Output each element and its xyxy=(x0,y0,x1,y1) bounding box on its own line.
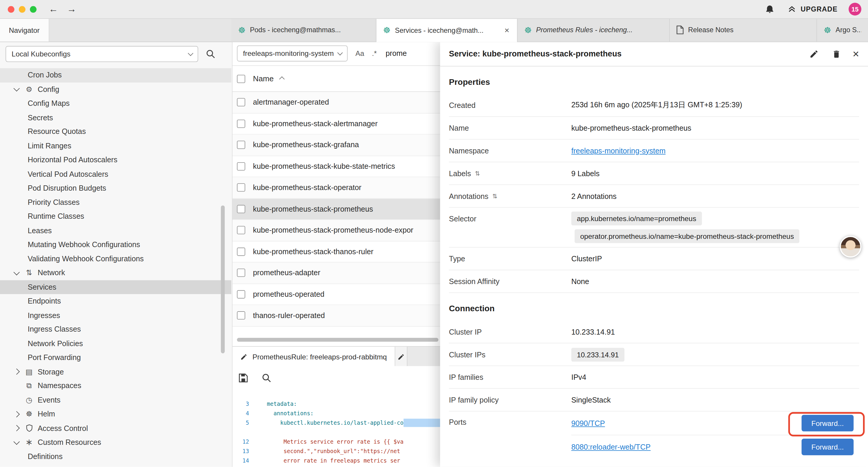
sidebar-item-mutating-webhook-configurations[interactable]: Mutating Webhook Configurations xyxy=(0,238,231,252)
name-column-header[interactable]: Name xyxy=(253,74,274,83)
app-window: ← → UPGRADE 15 Navigator ☸ Pods - iceche… xyxy=(0,0,868,467)
sidebar-item-services[interactable]: Services xyxy=(0,280,231,294)
chevron-down-icon xyxy=(13,271,20,275)
resource-tree: Cron Jobs ⚙ Config Config Maps Secrets R… xyxy=(0,68,231,467)
property-row-annotations: Annotations ⇅ 2 Annotations xyxy=(449,185,859,208)
tab-release-notes[interactable]: Release Notes xyxy=(670,18,817,42)
namespace-selector[interactable]: freeleaps-monitoring-system xyxy=(237,46,348,61)
sidebar-item-custom-resources[interactable]: ∗ Custom Resources xyxy=(0,435,231,449)
sidebar-item-port-forwarding[interactable]: Port Forwarding xyxy=(0,351,231,365)
sidebar-item-vertical-pod-autoscalers[interactable]: Vertical Pod Autoscalers xyxy=(0,167,231,181)
kubeconfig-selector[interactable]: Local Kubeconfigs xyxy=(6,46,198,62)
sidebar-item-validating-webhook-configurations[interactable]: Validating Webhook Configurations xyxy=(0,252,231,266)
horizontal-scrollbar[interactable] xyxy=(237,338,438,342)
search-input[interactable] xyxy=(384,49,431,58)
sidebar-item-events[interactable]: ◷ Events xyxy=(0,393,231,407)
sidebar-item-resource-quotas[interactable]: Resource Quotas xyxy=(0,125,231,139)
tab-pods[interactable]: ☸ Pods - icecheng@mathmas... xyxy=(231,18,376,42)
expand-sorter-icon[interactable]: ⇅ xyxy=(475,170,480,177)
sidebar-item-definitions[interactable]: Definitions xyxy=(0,449,231,464)
expand-sorter-icon[interactable]: ⇅ xyxy=(492,193,497,200)
sidebar-item-runtime-classes[interactable]: Runtime Classes xyxy=(0,209,231,224)
sidebar-item-network[interactable]: ⇅ Network xyxy=(0,266,231,280)
regex-toggle[interactable]: .* xyxy=(372,49,377,58)
navigator-sidebar: Local Kubeconfigs Cron Jobs ⚙ Config Con… xyxy=(0,42,232,467)
sort-ascending-icon[interactable] xyxy=(279,77,284,82)
sidebar-item-ingresses[interactable]: Ingresses xyxy=(0,308,231,322)
edit-pencil-icon[interactable] xyxy=(807,47,820,60)
connection-row-cluster-ips: Cluster IPs 10.233.14.91 xyxy=(449,344,859,366)
port-link-8080[interactable]: 8080:reloader-web/TCP xyxy=(571,443,651,451)
back-button[interactable]: ← xyxy=(49,4,58,14)
row-checkbox[interactable] xyxy=(237,162,245,171)
namespace-link[interactable]: freeleaps-monitoring-system xyxy=(571,147,665,155)
sidebar-item-limit-ranges[interactable]: Limit Ranges xyxy=(0,139,231,153)
sidebar-item-storage[interactable]: ▤ Storage xyxy=(0,365,231,379)
sidebar-item-helm[interactable]: ☸ Helm xyxy=(0,407,231,421)
tabstrip-spacer xyxy=(49,18,231,42)
sidebar-item-ingress-classes[interactable]: Ingress Classes xyxy=(0,322,231,337)
dock-tab-prometheusrule[interactable]: PrometheusRule: freeleaps-prod-rabbitmq xyxy=(232,347,395,367)
save-icon[interactable] xyxy=(236,371,250,385)
user-avatar[interactable] xyxy=(840,236,861,258)
notification-count-badge[interactable]: 15 xyxy=(848,3,861,16)
sidebar-item-horizontal-pod-autoscalers[interactable]: Horizontal Pod Autoscalers xyxy=(0,153,231,167)
row-checkbox[interactable] xyxy=(237,205,245,213)
sidebar-item-leases[interactable]: Leases xyxy=(0,224,231,238)
window-controls xyxy=(8,6,36,12)
forward-button[interactable]: → xyxy=(67,4,76,14)
row-checkbox[interactable] xyxy=(237,269,245,277)
row-checkbox[interactable] xyxy=(237,98,245,107)
navigator-panel-tab[interactable]: Navigator xyxy=(0,18,49,42)
minimize-window-button[interactable] xyxy=(19,6,25,12)
row-checkbox[interactable] xyxy=(237,311,245,320)
selector-chip[interactable]: operator.prometheus.io/name=kube-prometh… xyxy=(575,229,800,243)
upgrade-button[interactable]: UPGRADE xyxy=(787,5,838,13)
sidebar-item-config[interactable]: ⚙ Config xyxy=(0,82,231,96)
chevron-right-icon xyxy=(13,412,20,416)
sidebar-item-network-policies[interactable]: Network Policies xyxy=(0,337,231,351)
property-row-name: Name kube-prometheus-stack-prometheus xyxy=(449,117,859,140)
sidebar-item-pod-disruption-budgets[interactable]: Pod Disruption Budgets xyxy=(0,181,231,195)
match-case-toggle[interactable]: Aa xyxy=(355,49,364,58)
notifications-bell-icon[interactable] xyxy=(763,2,776,16)
window-titlebar: ← → UPGRADE 15 xyxy=(0,0,868,19)
document-icon xyxy=(677,25,684,34)
chevron-down-icon xyxy=(188,50,193,55)
delete-trash-icon[interactable] xyxy=(830,47,843,60)
row-checkbox[interactable] xyxy=(237,141,245,149)
cluster-ip-chip[interactable]: 10.233.14.91 xyxy=(571,348,625,361)
dock-tab-partial[interactable] xyxy=(395,347,407,367)
port-link-9090[interactable]: 9090/TCP xyxy=(571,419,605,427)
tab-services[interactable]: ☸ Services - icecheng@math... × xyxy=(376,18,518,42)
tab-argo[interactable]: ☸ Argo S... xyxy=(817,18,868,42)
row-checkbox[interactable] xyxy=(237,247,245,256)
sidebar-item-namespaces[interactable]: ⧉ Namespaces xyxy=(0,379,231,393)
sidebar-item-endpoints[interactable]: Endpoints xyxy=(0,294,231,308)
row-checkbox[interactable] xyxy=(237,290,245,298)
selector-chip[interactable]: app.kubernetes.io/name=prometheus xyxy=(571,212,702,226)
sidebar-search-row: Local Kubeconfigs xyxy=(0,42,232,66)
close-window-button[interactable] xyxy=(8,6,14,12)
tab-prometheus-rules[interactable]: ☸ Prometheus Rules - icecheng... xyxy=(518,18,670,42)
sidebar-item-secrets[interactable]: Secrets xyxy=(0,111,231,125)
forward-button-8080[interactable]: Forward... xyxy=(802,439,854,455)
close-tab-icon[interactable]: × xyxy=(503,25,510,35)
connection-heading: Connection xyxy=(449,302,859,315)
storage-icon: ▤ xyxy=(24,368,34,375)
editor-search-icon[interactable] xyxy=(259,371,274,385)
select-all-checkbox[interactable] xyxy=(237,75,245,83)
sidebar-item-access-control[interactable]: Access Control xyxy=(0,421,231,435)
sidebar-search-icon[interactable] xyxy=(204,47,217,60)
sidebar-scrollbar[interactable] xyxy=(221,205,225,353)
sidebar-item-config-maps[interactable]: Config Maps xyxy=(0,96,231,111)
text-selection xyxy=(404,419,441,427)
sidebar-item-cron-jobs[interactable]: Cron Jobs xyxy=(0,68,231,82)
zoom-window-button[interactable] xyxy=(30,6,36,12)
close-drawer-icon[interactable]: × xyxy=(852,48,859,59)
row-checkbox[interactable] xyxy=(237,183,245,192)
row-checkbox[interactable] xyxy=(237,226,245,234)
row-checkbox[interactable] xyxy=(237,119,245,128)
sidebar-item-priority-classes[interactable]: Priority Classes xyxy=(0,195,231,209)
chevron-down-icon xyxy=(13,440,20,444)
